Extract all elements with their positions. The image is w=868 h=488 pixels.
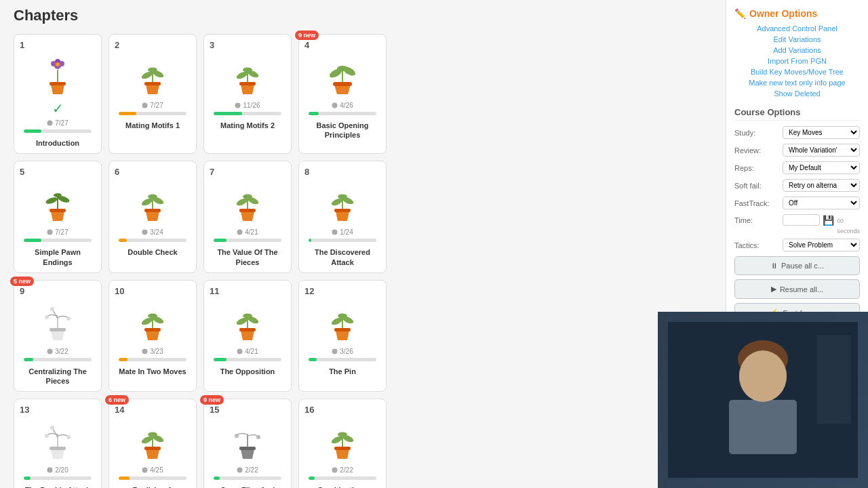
progress-bar-container-4 xyxy=(309,112,377,115)
chapter-card-14[interactable]: 6 new 14 4/25 Realizing A Material... xyxy=(108,399,197,488)
review-select[interactable]: Whole Variation'Single Move xyxy=(783,144,860,157)
progress-bar-9 xyxy=(24,358,33,361)
chapter-card-4[interactable]: 9 new 4 4/26 Basic Opening Principles xyxy=(298,34,387,154)
svg-point-77 xyxy=(243,313,252,318)
svg-point-6 xyxy=(51,61,56,66)
chapter-number-7: 7 xyxy=(210,167,214,177)
owner-link-2[interactable]: Add Variations xyxy=(734,46,860,54)
chapter-card-10[interactable]: 10 3/23 Mate In Two Moves xyxy=(108,280,197,392)
study-label: Study: xyxy=(734,129,778,137)
time-label: Time: xyxy=(734,216,778,224)
progress-bar-container-3 xyxy=(214,112,282,115)
resume-button[interactable]: ▶ Resume all... xyxy=(734,279,860,299)
svg-point-70 xyxy=(148,313,157,318)
svg-marker-51 xyxy=(336,211,349,221)
svg-point-22 xyxy=(235,103,241,108)
progress-bar-container-5 xyxy=(24,239,92,242)
chapter-number-4: 4 xyxy=(304,40,309,50)
progress-bar-6 xyxy=(119,239,127,242)
time-infinite-icon[interactable]: ∞ xyxy=(837,215,844,226)
svg-marker-106 xyxy=(336,449,349,459)
chapter-title-5: Simple Pawn Endings xyxy=(20,247,96,267)
svg-point-49 xyxy=(243,195,252,199)
chapter-card-7[interactable]: 7 4/21 The Value Of The Pieces xyxy=(203,161,292,273)
svg-point-98 xyxy=(148,432,157,437)
chapter-number-3: 3 xyxy=(210,40,214,50)
svg-rect-116 xyxy=(817,336,851,424)
owner-link-6[interactable]: Show Deleted xyxy=(734,89,860,98)
chapter-title-1: Introduction xyxy=(36,138,79,148)
chapter-card-16[interactable]: 16 2/22 Combinations xyxy=(298,399,387,488)
plant-6 xyxy=(132,182,173,223)
chapter-title-2: Mating Motifs 1 xyxy=(125,121,180,130)
svg-rect-59 xyxy=(50,328,66,331)
svg-point-33 xyxy=(45,196,58,205)
chapter-card-2[interactable]: 2 7/27 Mating Motifs 1 xyxy=(108,34,197,154)
svg-marker-37 xyxy=(146,211,159,221)
reps-select[interactable]: My Default123 xyxy=(783,161,860,174)
tactics-select[interactable]: Solve ProblemShow Solution xyxy=(783,239,860,251)
svg-marker-100 xyxy=(241,449,254,459)
main-content: Chapters 1 ✓ 7/27 xyxy=(0,0,726,488)
progress-bar-container-11 xyxy=(214,358,282,361)
review-label: Review: xyxy=(734,146,778,155)
owner-link-3[interactable]: Import From PGN xyxy=(734,57,860,65)
chapter-card-9[interactable]: 5 new 9 3/22 Centralizi xyxy=(14,280,102,392)
chapter-title-8: The Discovered Attack xyxy=(304,247,380,267)
chapter-number-11: 11 xyxy=(210,286,219,296)
study-select[interactable]: Key MovesAll Moves xyxy=(783,126,860,139)
svg-rect-94 xyxy=(144,447,161,450)
soft-fail-select[interactable]: Retry on alternaNo Retry xyxy=(783,179,860,192)
chapter-card-3[interactable]: 3 11/26 Mating Motifs 2 xyxy=(203,34,292,154)
chapter-stats-10: 3/23 xyxy=(142,348,163,355)
chapter-number-13: 13 xyxy=(20,405,29,415)
time-save-icon[interactable]: 💾 xyxy=(823,215,834,226)
chapter-card-11[interactable]: 11 4/21 The Opposition xyxy=(203,280,292,392)
progress-bar-16 xyxy=(309,476,315,480)
svg-point-63 xyxy=(50,307,54,311)
svg-rect-17 xyxy=(239,82,256,85)
chapter-card-5[interactable]: 5 7/27 Simple Pawn Endings xyxy=(14,161,102,273)
chapter-card-13[interactable]: 13 2/20 The Double Attack xyxy=(14,399,102,488)
progress-bar-container-6 xyxy=(119,239,187,242)
svg-point-103 xyxy=(235,434,239,438)
time-input[interactable] xyxy=(783,214,820,226)
owner-link-0[interactable]: Advanced Control Panel xyxy=(734,24,860,33)
plant-2 xyxy=(132,56,173,96)
chapter-stats-11: 4/21 xyxy=(237,348,258,355)
chapter-card-15[interactable]: 9 new 15 2/22 Open Files And Outposts xyxy=(203,399,292,488)
progress-bar-container-16 xyxy=(309,476,377,480)
svg-marker-16 xyxy=(241,85,254,94)
progress-bar-14 xyxy=(119,476,130,480)
checkmark-1: ✓ xyxy=(52,100,64,117)
chapter-number-1: 1 xyxy=(20,40,24,50)
svg-marker-93 xyxy=(146,449,159,459)
progress-bar-container-8 xyxy=(309,239,377,242)
chapter-card-6[interactable]: 6 3/24 Double Check xyxy=(108,161,197,273)
plant-4 xyxy=(322,56,363,96)
owner-link-5[interactable]: Make new text only info page xyxy=(734,79,860,87)
chapter-card-12[interactable]: 12 3/26 The Pin xyxy=(298,280,387,392)
owner-link-1[interactable]: Edit Variations xyxy=(734,35,860,43)
chapter-number-9: 9 xyxy=(20,286,24,296)
progress-bar-container-13 xyxy=(24,476,92,480)
svg-point-8 xyxy=(47,121,53,126)
progress-bar-container-14 xyxy=(119,476,187,480)
svg-rect-87 xyxy=(50,447,66,450)
course-options-title: Course Options xyxy=(734,107,860,121)
svg-marker-44 xyxy=(241,211,254,221)
owner-link-4[interactable]: Build Key Moves/Move Tree xyxy=(734,68,860,76)
progress-bar-11 xyxy=(214,358,226,361)
pause-button[interactable]: ⏸ Pause all c... xyxy=(734,256,860,275)
progress-bar-13 xyxy=(24,476,31,480)
plant-10 xyxy=(132,302,173,342)
svg-point-99 xyxy=(142,468,148,473)
chapter-card-1[interactable]: 1 ✓ 7/27 Introduction xyxy=(14,34,102,154)
chapter-card-8[interactable]: 8 1/24 The Discovered Attack xyxy=(298,161,387,273)
time-row: Time: 💾 ∞ xyxy=(734,214,860,226)
play-icon: ▶ xyxy=(771,285,776,293)
chapter-title-15: Open Files And Outposts xyxy=(210,485,285,488)
fast-track-select[interactable]: OffOn xyxy=(783,197,860,209)
chapters-grid: 1 ✓ 7/27 Introduction xyxy=(14,34,712,488)
progress-bar-1 xyxy=(24,129,41,133)
